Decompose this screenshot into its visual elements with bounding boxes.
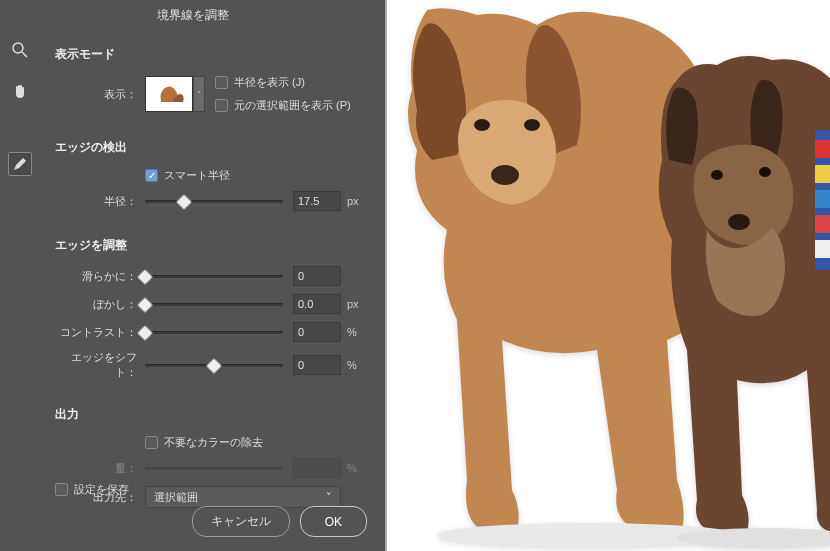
unit-px: px (341, 195, 365, 207)
cancel-button[interactable]: キャンセル (192, 506, 290, 537)
svg-rect-12 (815, 190, 830, 208)
tool-strip (8, 38, 32, 176)
input-shift-edge[interactable] (293, 355, 341, 375)
check-show-radius[interactable]: 半径を表示 (J) (215, 75, 351, 90)
select-output[interactable]: 選択範囲 ˅ (145, 486, 341, 508)
checkbox-icon (215, 99, 228, 112)
label-show-radius: 半径を表示 (J) (234, 75, 305, 90)
preview-canvas[interactable] (385, 0, 830, 551)
select-value: 選択範囲 (154, 490, 198, 505)
svg-point-8 (728, 214, 750, 230)
svg-rect-13 (815, 215, 830, 233)
content-area: 表示モード 表示： ˅ 半径を表示 (J) 元の選択範囲を表示 (P) エッジの… (55, 31, 385, 516)
slider-amount (145, 467, 283, 470)
label-smooth: 滑らかに： (55, 269, 145, 284)
check-smart-radius[interactable]: ✓ スマート半径 (145, 168, 230, 183)
check-decontaminate[interactable]: 不要なカラーの除去 (145, 435, 263, 450)
section-output: 出力 (55, 406, 365, 423)
slider-contrast[interactable] (145, 331, 283, 334)
zoom-tool[interactable] (8, 38, 32, 62)
unit-pct: % (341, 326, 365, 338)
label-show-original: 元の選択範囲を表示 (P) (234, 98, 351, 113)
chevron-down-icon: ˅ (326, 491, 332, 504)
check-save-settings[interactable]: 設定を保存 (55, 482, 129, 497)
svg-rect-10 (815, 140, 830, 158)
label-contrast: コントラスト： (55, 325, 145, 340)
view-dropdown[interactable]: ˅ (193, 76, 205, 112)
section-view-mode: 表示モード (55, 46, 365, 63)
svg-point-5 (491, 165, 519, 185)
slider-thumb-icon (206, 357, 223, 374)
unit-pct: % (341, 462, 365, 474)
svg-rect-14 (815, 240, 830, 258)
unit-pct: % (341, 359, 365, 371)
slider-shift-edge[interactable] (145, 364, 283, 367)
refine-brush-tool[interactable] (8, 152, 32, 176)
slider-feather[interactable] (145, 303, 283, 306)
label-decontaminate: 不要なカラーの除去 (164, 435, 263, 450)
slider-smooth[interactable] (145, 275, 283, 278)
preview-image (387, 0, 830, 551)
label-smart-radius: スマート半径 (164, 168, 230, 183)
dialog-title: 境界線を調整 (0, 0, 385, 31)
label-save-settings: 設定を保存 (74, 482, 129, 497)
checkbox-checked-icon: ✓ (145, 169, 158, 182)
svg-point-0 (13, 43, 23, 53)
label-show: 表示： (55, 87, 145, 102)
svg-point-4 (524, 119, 540, 131)
slider-thumb-icon (175, 193, 192, 210)
label-radius: 半径： (55, 194, 145, 209)
svg-line-1 (22, 52, 27, 57)
unit-px: px (341, 298, 365, 310)
check-show-original[interactable]: 元の選択範囲を表示 (P) (215, 98, 351, 113)
svg-point-3 (474, 119, 490, 131)
section-edge-adjust: エッジを調整 (55, 237, 365, 254)
label-shift-edge: エッジをシフト： (55, 350, 145, 380)
svg-rect-11 (815, 165, 830, 183)
refine-edge-panel: 境界線を調整 表示モード 表示： ˅ 半径を表示 (J) (0, 0, 385, 551)
view-thumbnail[interactable] (145, 76, 193, 112)
hand-tool[interactable] (8, 80, 32, 104)
label-amount: 量： (55, 461, 145, 476)
input-feather[interactable] (293, 294, 341, 314)
ok-button[interactable]: OK (300, 506, 367, 537)
label-feather: ぼかし： (55, 297, 145, 312)
checkbox-icon (55, 483, 68, 496)
slider-radius[interactable] (145, 200, 283, 203)
input-radius[interactable] (293, 191, 341, 211)
checkbox-icon (215, 76, 228, 89)
section-edge-detect: エッジの検出 (55, 139, 365, 156)
svg-point-6 (711, 170, 723, 180)
svg-point-7 (759, 167, 771, 177)
input-contrast[interactable] (293, 322, 341, 342)
input-amount (293, 458, 341, 478)
input-smooth[interactable] (293, 266, 341, 286)
checkbox-icon (145, 436, 158, 449)
